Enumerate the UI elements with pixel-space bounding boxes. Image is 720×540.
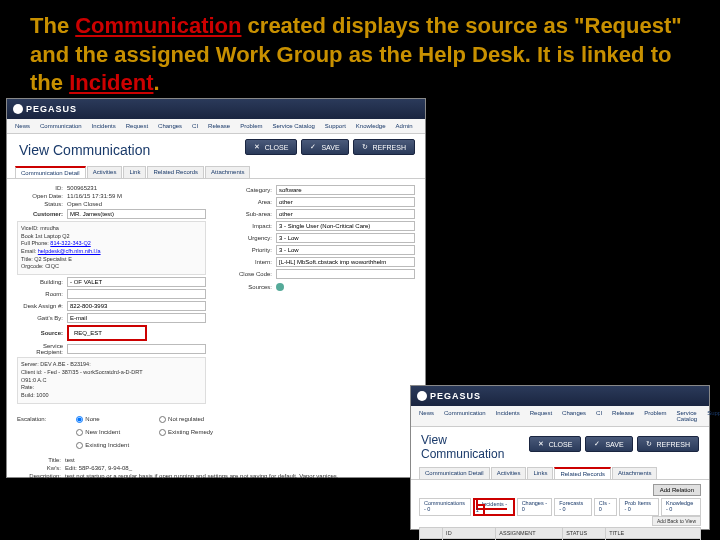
gtab-comm[interactable]: Communications - 0 [419, 498, 471, 516]
tab-related[interactable]: Related Records [147, 166, 204, 178]
menu-incidents[interactable]: Incidents [88, 121, 120, 131]
col-assignment: ASSIGNMENT [496, 528, 563, 539]
close-button-sm[interactable]: CLOSE [529, 436, 582, 452]
right-column: Category: Area: Sub-area: Impact: Urgenc… [226, 185, 415, 406]
add-relation-button[interactable]: Add Relation [653, 484, 701, 496]
tab-activities-sm[interactable]: Activities [491, 467, 527, 479]
refresh-button[interactable]: REFRESH [353, 139, 415, 155]
close-icon [254, 143, 262, 151]
menu-communication-sm[interactable]: Communication [440, 408, 490, 424]
customer-input[interactable] [67, 209, 206, 219]
menu-ci[interactable]: CI [188, 121, 202, 131]
tab-detail-sm[interactable]: Communication Detail [419, 467, 490, 479]
menu-changes[interactable]: Changes [154, 121, 186, 131]
menu-problem[interactable]: Problem [236, 121, 266, 131]
menu-ci-sm[interactable]: CI [592, 408, 606, 424]
tab-links-sm[interactable]: Links [527, 467, 553, 479]
tab-detail[interactable]: Communication Detail [15, 166, 86, 178]
gattoby-input[interactable] [67, 313, 206, 323]
desk-label: Desk Assign #: [17, 303, 67, 309]
menu-news-sm[interactable]: News [415, 408, 438, 424]
building-input[interactable] [67, 277, 206, 287]
impact-label: Impact: [226, 223, 276, 229]
esc-opt-notregulated[interactable]: Not regulated [159, 416, 213, 423]
tab-attachments-sm[interactable]: Attachments [612, 467, 657, 479]
menu-admin[interactable]: Admin [392, 121, 417, 131]
tab-attachments[interactable]: Attachments [205, 166, 250, 178]
box2-l2: Client id: - Fed - 387/35 - workSocratdr… [21, 369, 202, 377]
save-icon [310, 143, 318, 151]
impact-input[interactable] [276, 221, 415, 231]
gtab-prob[interactable]: Prob Items - 0 [619, 498, 659, 516]
intern-input[interactable] [276, 257, 415, 267]
title-value: test [65, 457, 415, 463]
save-button-sm[interactable]: SAVE [585, 436, 632, 452]
menu-request-sm[interactable]: Request [526, 408, 556, 424]
gtab-incidents[interactable]: Incidents - 1 [476, 498, 507, 516]
close-button[interactable]: CLOSE [245, 139, 298, 155]
title-communication: Communication [75, 13, 241, 38]
menu-request[interactable]: Request [122, 121, 152, 131]
esc-opt-existingincident[interactable]: Existing Incident [76, 442, 129, 449]
menu-support-sm[interactable]: Support [703, 408, 720, 424]
menu-release-sm[interactable]: Release [608, 408, 638, 424]
subarea-input[interactable] [276, 209, 415, 219]
refresh-button-sm[interactable]: REFRESH [637, 436, 699, 452]
menu-knowledge[interactable]: Knowledge [352, 121, 390, 131]
box-phone-link[interactable]: 814-322-343-Q2 [50, 240, 90, 246]
esc-opt-newincident[interactable]: New Incident [76, 429, 129, 436]
save-label: SAVE [321, 144, 339, 151]
gtab-knowledge[interactable]: Knowledge - 0 [661, 498, 701, 516]
menu-communication[interactable]: Communication [36, 121, 86, 131]
box-email-link[interactable]: helpdesk@cfh.nlm.nih.l.la [38, 248, 101, 254]
area-input[interactable] [276, 197, 415, 207]
gtab-changes[interactable]: Changes - 0 [517, 498, 553, 516]
menu-release[interactable]: Release [204, 121, 234, 131]
urgency-input[interactable] [276, 233, 415, 243]
page-title-sm: View Communication [411, 427, 519, 467]
esc-radio-none[interactable] [76, 416, 83, 423]
col-title: TITLE [606, 528, 701, 539]
menu-incidents-sm[interactable]: Incidents [492, 408, 524, 424]
esc-none-text: None [85, 416, 99, 422]
gtab-cis[interactable]: CIs - 0 [594, 498, 618, 516]
desk-input[interactable] [67, 301, 206, 311]
gtab-forecasts[interactable]: Forecasts - 0 [554, 498, 591, 516]
id-value: 500965231 [67, 185, 206, 191]
save-label-sm: SAVE [605, 441, 623, 448]
esc-opt-none[interactable]: None [76, 416, 129, 423]
tab-link[interactable]: Link [123, 166, 146, 178]
grid-header-row: ID ASSIGNMENT STATUS TITLE [420, 528, 701, 539]
esc-opt-existingremedy[interactable]: Existing Remedy [159, 429, 213, 436]
source-input[interactable] [72, 328, 142, 338]
opendate-label: Open Date: [17, 193, 67, 199]
save-button[interactable]: SAVE [301, 139, 348, 155]
esc-radio-existingremedy[interactable] [159, 429, 166, 436]
toolbar: CLOSE SAVE REFRESH [235, 139, 425, 161]
menu-servicecatalog[interactable]: Service Catalog [268, 121, 318, 131]
screenshot-main: PEGASUS News Communication Incidents Req… [6, 98, 426, 478]
svcrec-details-box: Server: DEV A.BE - B23194: Client id: - … [17, 357, 206, 403]
tab-related-sm[interactable]: Related Records [554, 467, 611, 479]
grid-toolbar: Add Back to View [419, 518, 701, 524]
closecode-input[interactable] [276, 269, 415, 279]
esc-radio-newincident[interactable] [76, 429, 83, 436]
add-back-to-view-button[interactable]: Add Back to View [652, 516, 701, 526]
menu-servicecatalog-sm[interactable]: Service Catalog [672, 408, 701, 424]
priority-input[interactable] [276, 245, 415, 255]
room-input[interactable] [67, 289, 206, 299]
priority-label: Priority: [226, 247, 276, 253]
menu-problem-sm[interactable]: Problem [640, 408, 670, 424]
menu-support[interactable]: Support [321, 121, 350, 131]
esc-radio-existingincident[interactable] [76, 442, 83, 449]
tab-activities[interactable]: Activities [87, 166, 123, 178]
menu-changes-sm[interactable]: Changes [558, 408, 590, 424]
svcrec-input[interactable] [67, 344, 206, 354]
menu-news[interactable]: News [11, 121, 34, 131]
esc-radio-notregulated[interactable] [159, 416, 166, 423]
category-input[interactable] [276, 185, 415, 195]
app-name-sm: PEGASUS [430, 391, 481, 401]
related-grid-table: ID ASSIGNMENT STATUS TITLE ✕ IM2234065 N… [419, 527, 701, 540]
app-header: PEGASUS [7, 99, 425, 119]
esc-existingremedy-text: Existing Remedy [168, 429, 213, 435]
